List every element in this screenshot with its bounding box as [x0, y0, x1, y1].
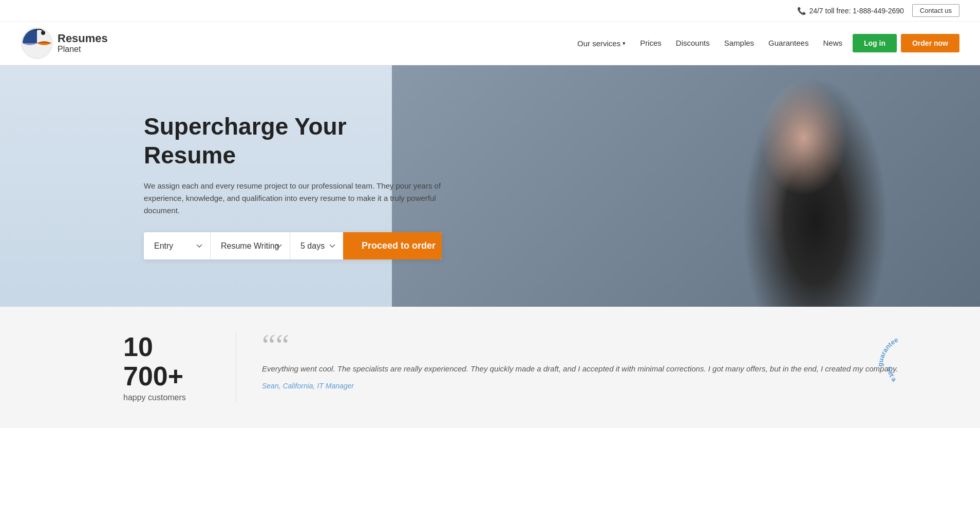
- nav-item-news[interactable]: News: [823, 39, 842, 47]
- svg-text:guarantee: guarantee: [876, 335, 899, 367]
- phone-text: 24/7 toll free: 1-888-449-2690: [809, 7, 903, 15]
- hero-content: Supercharge Your Resume We assign each a…: [0, 82, 462, 290]
- nav-item-prices[interactable]: Prices: [640, 39, 662, 47]
- nav-item-guarantees[interactable]: Guarantees: [768, 39, 808, 47]
- nav-item-samples[interactable]: Samples: [724, 39, 754, 47]
- hero-section: Supercharge Your Resume We assign each a…: [0, 65, 980, 307]
- stats-left: 10 700+ happy customers: [21, 332, 236, 402]
- hero-background-image: [392, 65, 980, 307]
- testimonial-text: Everything went cool. The specialists ar…: [262, 362, 939, 376]
- main-nav: Resumes Planet Our services Prices Disco…: [0, 22, 980, 65]
- nav-item-services[interactable]: Our services: [577, 39, 626, 48]
- stats-section: 10 700+ happy customers ““ Everything we…: [0, 307, 980, 428]
- phone-icon: 📞: [797, 7, 806, 15]
- login-button[interactable]: Log in: [853, 34, 897, 52]
- stats-right: ““ Everything went cool. The specialists…: [236, 332, 959, 390]
- deadline-select[interactable]: 5 days 3 days 2 days 24 hours: [290, 232, 343, 259]
- contact-button[interactable]: Contact us: [912, 4, 959, 17]
- hero-title: Supercharge Your Resume: [144, 113, 442, 169]
- quote-mark: ““: [262, 332, 939, 357]
- svg-text:Get a: Get a: [886, 366, 899, 383]
- guarantee-watermark: guarantee Get a: [872, 328, 949, 405]
- top-bar: 📞 24/7 toll free: 1-888-449-2690 Contact…: [0, 0, 980, 22]
- testimonial-author: Sean, California, IT Manager: [262, 382, 939, 390]
- svg-point-1: [41, 31, 45, 35]
- nav-item-discounts[interactable]: Discounts: [676, 39, 710, 47]
- stats-number: 10 700+: [123, 332, 215, 391]
- service-select[interactable]: Resume Writing CV Writing Cover Letter L…: [211, 232, 290, 259]
- order-now-button[interactable]: Order now: [901, 34, 959, 52]
- level-select[interactable]: Entry Professional Executive Federal: [144, 232, 211, 259]
- logo-text: Resumes Planet: [58, 32, 108, 54]
- phone-info: 📞 24/7 toll free: 1-888-449-2690: [797, 7, 903, 15]
- logo-image: [21, 27, 53, 60]
- stats-label: happy customers: [123, 393, 186, 402]
- logo-link[interactable]: Resumes Planet: [21, 27, 108, 60]
- order-form: Entry Professional Executive Federal Res…: [144, 232, 442, 259]
- guarantee-circle: guarantee Get a: [872, 328, 949, 405]
- nav-links: Our services Prices Discounts Samples Gu…: [577, 39, 842, 48]
- proceed-button[interactable]: Proceed to order: [343, 232, 442, 259]
- hero-description: We assign each and every resume project …: [144, 180, 442, 217]
